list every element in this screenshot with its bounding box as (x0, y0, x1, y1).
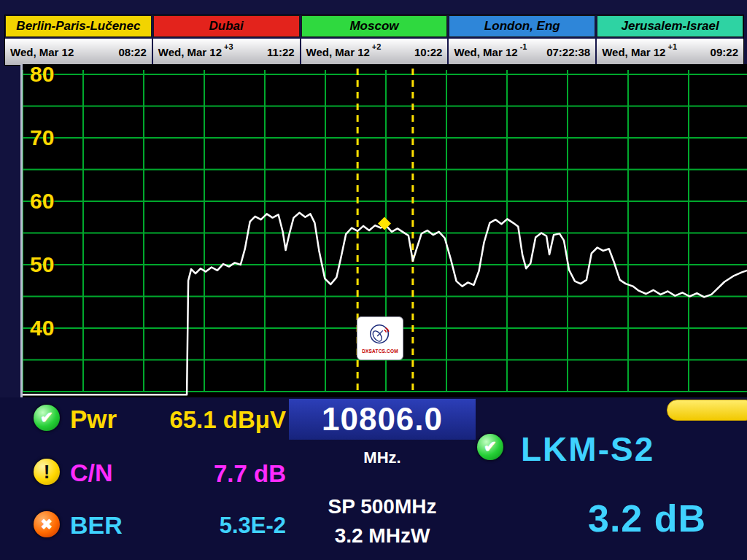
y-axis-label: 80 (30, 63, 54, 85)
clock-city-label: London, Eng (449, 15, 595, 37)
clock-city-label: Berlin-Paris-Lučenec (5, 15, 152, 37)
clock-cell-berlin[interactable]: Berlin-Paris-Lučenec Wed, Mar 12 08:22 (5, 15, 153, 65)
ber-error-icon: ✖ (34, 511, 60, 537)
pwr-value: 65.1 dBμV (131, 408, 286, 432)
dxsatcs-logo: DXSATCS.COM (357, 316, 403, 360)
standard-lock-icon: ✔ (477, 434, 503, 460)
cross-glyph: ✖ (41, 516, 53, 533)
clock-date: Wed, Mar 12 (306, 46, 370, 58)
world-clock-bar: Berlin-Paris-Lučenec Wed, Mar 12 08:22 D… (4, 15, 744, 66)
exclamation-glyph: ! (44, 461, 50, 483)
clock-city-label: Jerusalem-Israel (597, 15, 743, 37)
clock-date: Wed, Mar 12 (158, 46, 222, 58)
clock-cell-london[interactable]: London, Eng Wed, Mar 12 -1 07:22:38 (449, 15, 597, 65)
clock-time-row: Wed, Mar 12 08:22 (5, 37, 152, 65)
cn-warning-icon: ! (34, 459, 60, 485)
span-value: SP 500MHz (289, 495, 476, 518)
clock-utc-offset: +2 (372, 42, 382, 51)
pwr-ok-icon: ✔ (34, 405, 60, 431)
cn-value: 7.7 dB (131, 462, 286, 486)
clock-utc-offset: +1 (667, 42, 677, 51)
clock-time: 11:22 (267, 46, 295, 58)
bandwidth-value: 3.2 MHzW (289, 524, 476, 548)
pwr-label: Pwr (70, 406, 117, 432)
y-axis-label: 60 (30, 190, 54, 212)
clock-time: 09:22 (711, 46, 738, 58)
ber-label: BER (70, 513, 123, 537)
clock-date: Wed, Mar 12 (10, 46, 74, 58)
frequency-unit: MHz. (289, 448, 476, 467)
clock-city-label: Moscow (301, 15, 448, 37)
clock-cell-jerusalem[interactable]: Jerusalem-Israel Wed, Mar 12 +1 09:22 (597, 15, 743, 65)
clock-cell-moscow[interactable]: Moscow Wed, Mar 12 +2 10:22 (301, 15, 449, 65)
clock-time-row: Wed, Mar 12 +3 11:22 (153, 37, 300, 65)
check-glyph: ✔ (484, 438, 497, 456)
clock-time-row: Wed, Mar 12 -1 07:22:38 (449, 37, 595, 65)
ber-value: 5.3E-2 (131, 514, 286, 537)
satellite-meter-screen: { "clocks": [ {"city":"Berlin-Paris-Luče… (0, 0, 747, 560)
standard-value: LKM-S2 (521, 429, 654, 469)
clock-cell-dubai[interactable]: Dubai Wed, Mar 12 +3 11:22 (153, 15, 301, 65)
measurement-panel: ✔ Pwr 65.1 dBμV ! C/N 7.7 dB ✖ BER 5.3E-… (0, 397, 747, 560)
cn-label: C/N (70, 460, 113, 485)
clock-time-row: Wed, Mar 12 +2 10:22 (301, 37, 448, 65)
y-axis-label: 40 (30, 317, 54, 339)
clock-time-row: Wed, Mar 12 +1 09:22 (597, 37, 743, 65)
satellite-dish-icon (366, 323, 394, 348)
clock-date: Wed, Mar 12 (454, 46, 517, 58)
clock-city-label: Dubai (153, 15, 300, 37)
yellow-tab-button[interactable] (667, 400, 747, 421)
logo-text: DXSATCS.COM (362, 349, 398, 354)
y-axis-label: 50 (30, 254, 54, 276)
clock-date: Wed, Mar 12 (602, 46, 665, 58)
clock-utc-offset: -1 (520, 42, 527, 51)
clock-time: 10:22 (414, 46, 442, 58)
check-glyph: ✔ (40, 408, 53, 427)
link-margin-value: 3.2 dB (588, 497, 706, 540)
clock-utc-offset: +3 (224, 42, 233, 51)
y-axis-label: 70 (30, 127, 54, 149)
clock-time: 07:22:38 (546, 46, 590, 58)
frequency-display[interactable]: 10806.0 (289, 399, 476, 440)
clock-time: 08:22 (118, 46, 146, 58)
